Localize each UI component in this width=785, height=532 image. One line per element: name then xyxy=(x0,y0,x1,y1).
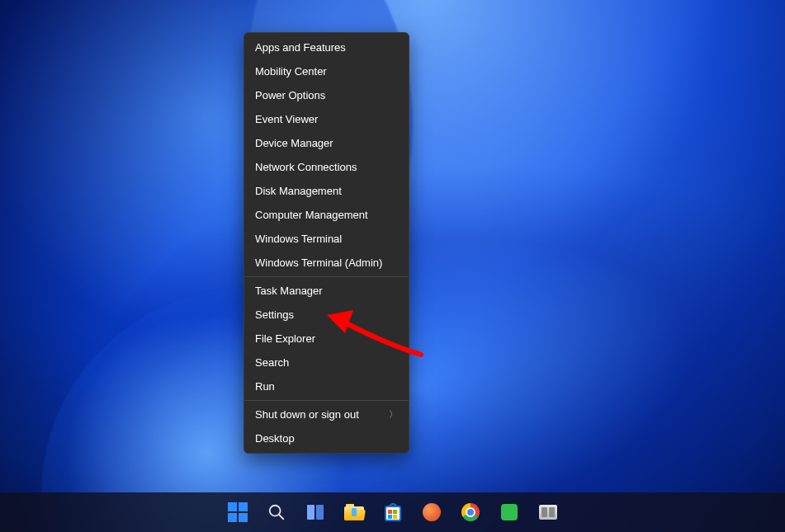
menu-item-device-manager[interactable]: Device Manager xyxy=(244,131,409,155)
menu-item-label: Disk Management xyxy=(255,185,342,197)
menu-item-event-viewer[interactable]: Event Viewer xyxy=(244,107,409,131)
menu-item-apps-and-features[interactable]: Apps and Features xyxy=(244,35,409,59)
ubuntu-icon xyxy=(422,502,442,522)
menu-item-label: Settings xyxy=(255,308,294,321)
start-button[interactable] xyxy=(221,496,254,529)
menu-item-label: File Explorer xyxy=(255,332,315,345)
menu-item-run[interactable]: Run xyxy=(244,374,409,398)
green-app-icon xyxy=(499,502,519,522)
search-button[interactable] xyxy=(260,496,293,529)
menu-item-label: Windows Terminal xyxy=(255,233,342,245)
taskbar xyxy=(0,492,785,532)
menu-item-label: Mobility Center xyxy=(255,65,327,78)
menu-item-settings[interactable]: Settings xyxy=(244,303,409,327)
menu-item-label: Search xyxy=(255,356,289,369)
search-icon xyxy=(267,502,286,522)
pinned-app-grey[interactable] xyxy=(532,496,565,529)
microsoft-store-icon xyxy=(383,502,403,522)
chrome-icon xyxy=(461,502,480,522)
menu-item-desktop[interactable]: Desktop xyxy=(244,426,409,450)
file-explorer-icon xyxy=(344,502,364,522)
menu-item-label: Device Manager xyxy=(255,137,333,149)
pinned-app-green[interactable] xyxy=(493,496,526,529)
task-view-button[interactable] xyxy=(299,496,332,529)
menu-item-label: Run xyxy=(255,380,275,393)
desktop-wallpaper[interactable]: Apps and Features Mobility Center Power … xyxy=(0,0,785,532)
microsoft-store-button[interactable] xyxy=(376,496,409,529)
menu-item-label: Task Manager xyxy=(255,285,323,297)
menu-item-windows-terminal-admin[interactable]: Windows Terminal (Admin) xyxy=(244,251,409,275)
menu-item-disk-management[interactable]: Disk Management xyxy=(244,179,409,203)
menu-item-label: Windows Terminal (Admin) xyxy=(255,257,382,269)
pinned-app-ubuntu[interactable] xyxy=(415,496,448,529)
menu-item-label: Event Viewer xyxy=(255,113,318,125)
windows-start-icon xyxy=(228,502,248,522)
menu-item-label: Shut down or sign out xyxy=(255,408,359,421)
menu-item-label: Computer Management xyxy=(255,209,368,221)
menu-item-computer-management[interactable]: Computer Management xyxy=(244,203,409,227)
winx-context-menu: Apps and Features Mobility Center Power … xyxy=(244,32,409,454)
file-explorer-button[interactable] xyxy=(338,496,371,529)
chevron-right-icon: 〉 xyxy=(389,408,398,421)
task-view-icon xyxy=(305,502,325,522)
menu-item-network-connections[interactable]: Network Connections xyxy=(244,155,409,179)
menu-item-label: Desktop xyxy=(255,432,295,445)
menu-item-label: Apps and Features xyxy=(255,41,346,54)
menu-item-windows-terminal[interactable]: Windows Terminal xyxy=(244,227,409,251)
menu-item-mobility-center[interactable]: Mobility Center xyxy=(244,59,409,83)
pinned-app-chrome[interactable] xyxy=(454,496,487,529)
grey-app-icon xyxy=(538,502,558,522)
menu-item-file-explorer[interactable]: File Explorer xyxy=(244,327,409,351)
menu-item-shut-down-or-sign-out[interactable]: Shut down or sign out 〉 xyxy=(244,403,409,426)
menu-item-label: Power Options xyxy=(255,89,325,101)
svg-line-2 xyxy=(278,515,283,520)
menu-item-search[interactable]: Search xyxy=(244,351,409,374)
menu-item-label: Network Connections xyxy=(255,161,357,173)
menu-separator xyxy=(244,276,409,277)
menu-item-power-options[interactable]: Power Options xyxy=(244,83,409,107)
menu-item-task-manager[interactable]: Task Manager xyxy=(244,279,409,303)
menu-separator xyxy=(244,400,409,401)
